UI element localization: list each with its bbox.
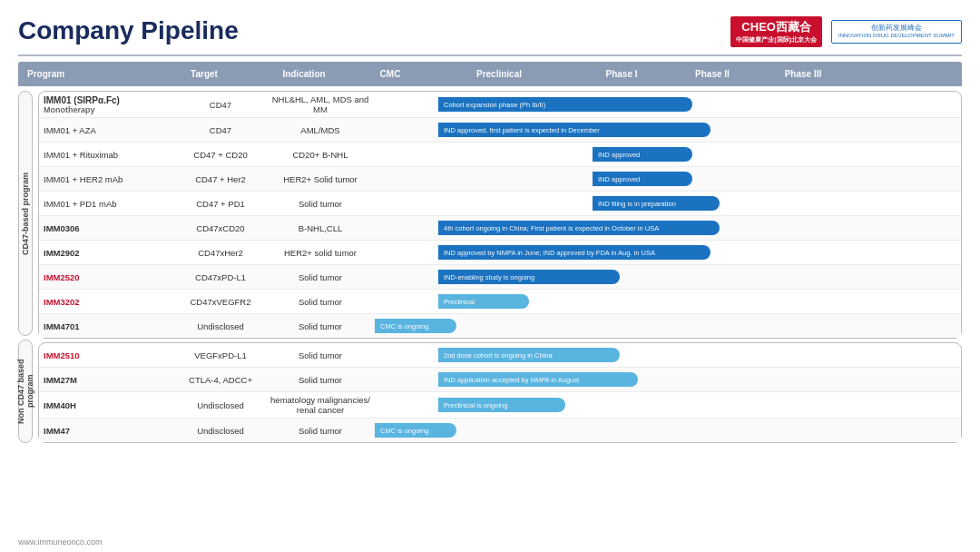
indication-cell: CD20+ B-NHL	[266, 147, 375, 163]
table-row: IMM3202 CD47xVEGFR2 Solid tumor Preclini…	[39, 290, 961, 314]
target-cell: Undisclosed	[175, 423, 266, 439]
footer-url: www.immuneonco.com	[18, 537, 103, 547]
indication-cell: HER2+ Solid tumor	[266, 172, 375, 187]
bar: CMC is ongoing	[375, 319, 456, 333]
header-divider	[18, 54, 962, 56]
indication-cell: Solid tumor	[266, 348, 375, 363]
target-cell: CD47xVEGFR2	[175, 294, 266, 310]
col-target: Target	[159, 66, 250, 82]
sections-container: IMM01 (SIRPα.Fc) Monotherapy CD47 NHL&HL…	[38, 91, 962, 443]
target-cell: CD47xCD20	[175, 221, 266, 236]
bar: IND approved, first patient is expected …	[438, 123, 710, 137]
target-cell: Undisclosed	[175, 398, 266, 413]
bar: 2nd dose cohort is ongoing in China	[438, 348, 620, 362]
table-row: IMM01 + AZA CD47 AML/MDS IND approved, f…	[39, 118, 961, 143]
indication-cell: Solid tumor	[266, 372, 375, 388]
col-indication: Indication	[250, 66, 358, 82]
page-title: Company Pipeline	[18, 16, 239, 45]
table-row: IMM01 + Rituximab CD47 + CD20 CD20+ B-NH…	[39, 143, 961, 167]
program-cell: IMM01 + HER2 mAb	[39, 172, 175, 187]
target-cell: CD47 + CD20	[175, 147, 266, 163]
program-cell: IMM2510	[39, 348, 175, 363]
target-cell: CD47	[175, 97, 266, 113]
program-cell: IMM2520	[39, 270, 175, 285]
cd47-section: IMM01 (SIRPα.Fc) Monotherapy CD47 NHL&HL…	[38, 91, 962, 339]
col-cmc: CMC	[358, 66, 422, 82]
table-row: IMM01 (SIRPα.Fc) Monotherapy CD47 NHL&HL…	[39, 92, 961, 118]
table-row: IMM01 + HER2 mAb CD47 + Her2 HER2+ Solid…	[39, 167, 961, 192]
table-row: IMM27M CTLA-4, ADCC+ Solid tumor IND app…	[39, 368, 961, 392]
indication-cell: HER2+ solid tumor	[266, 245, 375, 261]
bar: IND approved	[593, 172, 692, 186]
col-preclinical: Preclinical	[422, 66, 576, 82]
bar-cell: IND filing is in preparation	[375, 192, 865, 215]
noncd47-label: Non CD47 based program	[18, 340, 33, 443]
cd47-label: CD47-based program	[18, 91, 33, 336]
table-row: IMM4701 Undisclosed Solid tumor CMC is o…	[39, 314, 961, 338]
target-cell: CD47 + Her2	[175, 172, 266, 187]
bar: IND application accepted by NMPA in Augu…	[438, 372, 638, 387]
bar-cell: Preclinical is ongoing	[375, 393, 865, 417]
bar-cell: Preclinical	[375, 290, 865, 313]
bar-cell: 4th cohort ongoing in China; First patie…	[375, 216, 865, 240]
innovation-line2: INNOVATION DRUG DEVELOPMENT SUMMIT	[838, 33, 955, 40]
bar: IND approved by NMPA in June; IND approv…	[438, 245, 710, 260]
innovation-line1: 创新药发展峰会	[838, 24, 955, 33]
bar: Preclinical	[438, 294, 529, 309]
table-row: IMM47 Undisclosed Solid tumor CMC is ong…	[39, 419, 961, 442]
indication-cell: Solid tumor	[266, 196, 375, 212]
bar-cell: IND approved	[375, 143, 865, 166]
bar: CMC is ongoing	[375, 423, 456, 438]
table-row: IMM2520 CD47xPD-L1 Solid tumor IND-enabl…	[39, 265, 961, 290]
target-cell: CD47xPD-L1	[175, 270, 266, 285]
bar-cell: Cohort expansion phase (Ph Ib/II)	[375, 93, 865, 116]
table-header: Program Target Indication CMC Preclinica…	[18, 62, 962, 86]
cheo-logo: CHEO西藏合 中国健康产业(国际)北京大会	[730, 16, 822, 47]
bar-cell: IND approved	[375, 167, 865, 191]
indication-cell: AML/MDS	[266, 123, 375, 138]
cheo-sub-text: 中国健康产业(国际)北京大会	[736, 35, 817, 44]
bar-cell: IND-enabling study is ongoing	[375, 265, 865, 289]
bar-cell: CMC is ongoing	[375, 314, 865, 338]
col-phase2: Phase II	[667, 66, 758, 82]
table-row: IMM0306 CD47xCD20 B-NHL,CLL 4th cohort o…	[39, 216, 961, 241]
target-cell: CD47xHer2	[175, 245, 266, 261]
col-program: Program	[18, 66, 159, 82]
bar: IND filing is in preparation	[593, 196, 720, 211]
table-row: IMM01 + PD1 mAb CD47 + PD1 Solid tumor I…	[39, 192, 961, 216]
program-cell: IMM01 + Rituximab	[39, 147, 175, 163]
table-row: IMM2902 CD47xHer2 HER2+ solid tumor IND …	[39, 241, 961, 265]
bar-cell: CMC is ongoing	[375, 419, 865, 442]
bar-cell: IND approved, first patient is expected …	[375, 118, 865, 142]
program-cell: IMM2902	[39, 245, 175, 261]
program-cell: IMM01 + AZA	[39, 123, 175, 138]
program-cell: IMM01 (SIRPα.Fc) Monotherapy	[39, 93, 175, 117]
indication-cell: hematology malignancies/ renal cancer	[266, 392, 375, 418]
noncd47-section: IMM2510 VEGFxPD-L1 Solid tumor 2nd dose …	[38, 342, 962, 443]
table-row: IMM40H Undisclosed hematology malignanci…	[39, 392, 961, 419]
bar: IND-enabling study is ongoing	[438, 270, 620, 284]
page: Company Pipeline CHEO西藏合 中国健康产业(国际)北京大会 …	[0, 0, 980, 552]
indication-cell: Solid tumor	[266, 270, 375, 285]
table-row: IMM2510 VEGFxPD-L1 Solid tumor 2nd dose …	[39, 343, 961, 368]
indication-cell: B-NHL,CLL	[266, 221, 375, 236]
indication-cell: NHL&HL, AML, MDS and MM	[266, 92, 375, 117]
bar-cell: IND application accepted by NMPA in Augu…	[375, 368, 865, 391]
indication-cell: Solid tumor	[266, 319, 375, 334]
bar: 4th cohort ongoing in China; First patie…	[438, 221, 720, 235]
program-cell: IMM27M	[39, 372, 175, 388]
program-cell: IMM0306	[39, 221, 175, 236]
section-labels: CD47-based program Non CD47 based progra…	[18, 91, 34, 443]
indication-cell: Solid tumor	[266, 423, 375, 439]
target-cell: CD47	[175, 123, 266, 138]
logos: CHEO西藏合 中国健康产业(国际)北京大会 创新药发展峰会 INNOVATIO…	[730, 16, 962, 47]
table-body: CD47-based program Non CD47 based progra…	[18, 91, 962, 443]
program-cell: IMM3202	[39, 294, 175, 310]
innovation-logo: 创新药发展峰会 INNOVATION DRUG DEVELOPMENT SUMM…	[831, 20, 962, 44]
bar: Cohort expansion phase (Ph Ib/II)	[438, 97, 692, 112]
bar: Preclinical is ongoing	[438, 398, 565, 412]
cheo-main-text: CHEO西藏合	[741, 19, 811, 35]
program-cell: IMM47	[39, 423, 175, 439]
col-phase1: Phase I	[576, 66, 667, 82]
program-cell: IMM01 + PD1 mAb	[39, 196, 175, 212]
